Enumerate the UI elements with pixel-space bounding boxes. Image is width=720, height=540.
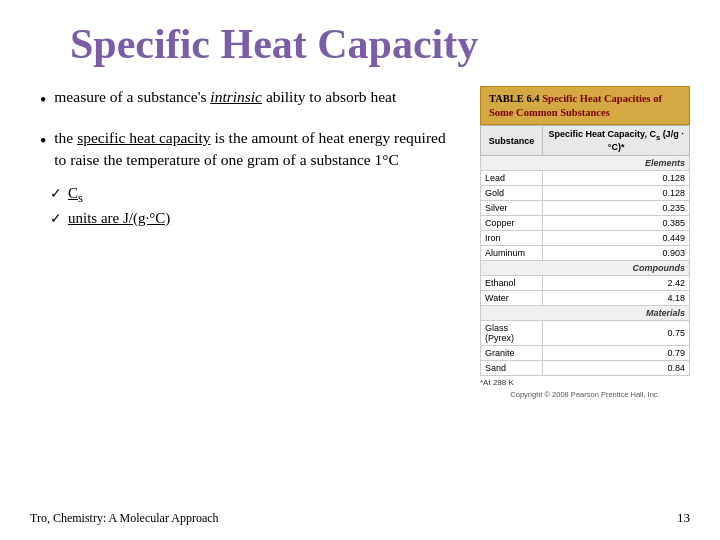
bullet-text-2: the specific heat capacity is the amount…	[54, 127, 460, 170]
footer-left-text: Tro, Chemistry: A Molecular Approach	[30, 511, 219, 526]
value-lead: 0.128	[543, 171, 690, 186]
sub-bullet-list: ✓ Cs ✓ units are J/(g·°C)	[40, 185, 460, 227]
sub-bullet-units: ✓ units are J/(g·°C)	[50, 210, 460, 227]
value-glass: 0.75	[543, 321, 690, 346]
table-row: Sand 0.84	[481, 361, 690, 376]
sub-bullet-cs: ✓ Cs	[50, 185, 460, 206]
slide: Specific Heat Capacity • measure of a su…	[0, 0, 720, 540]
units-text: units are J/(g·°C)	[68, 210, 170, 227]
section-elements: Elements	[481, 156, 690, 171]
cs-text: Cs	[68, 185, 83, 206]
checkmark-icon-2: ✓	[50, 210, 62, 227]
table-container: TABLE 6.4 Specific Heat Capacities of So…	[480, 86, 690, 400]
section-elements-label: Elements	[481, 156, 690, 171]
bullet-list: • measure of a substance's intrinsic abi…	[40, 86, 460, 171]
value-copper: 0.385	[543, 216, 690, 231]
value-silver: 0.235	[543, 201, 690, 216]
substance-water: Water	[481, 291, 543, 306]
left-content: • measure of a substance's intrinsic abi…	[30, 86, 460, 400]
table-row: Granite 0.79	[481, 346, 690, 361]
substance-lead: Lead	[481, 171, 543, 186]
table-copyright: Copyright © 2008 Pearson Prentice Hall, …	[480, 390, 690, 400]
section-materials-label: Materials	[481, 306, 690, 321]
col-substance-header: Substance	[481, 126, 543, 156]
section-compounds-label: Compounds	[481, 261, 690, 276]
section-compounds: Compounds	[481, 261, 690, 276]
table-footnote: *At 298 K	[480, 378, 690, 387]
substance-glass: Glass (Pyrex)	[481, 321, 543, 346]
checkmark-icon-1: ✓	[50, 185, 62, 202]
table-row: Lead 0.128	[481, 171, 690, 186]
table-row: Iron 0.449	[481, 231, 690, 246]
table-row: Aluminum 0.903	[481, 246, 690, 261]
intrinsic-text: intrinsic	[210, 88, 262, 105]
value-sand: 0.84	[543, 361, 690, 376]
substance-gold: Gold	[481, 186, 543, 201]
specific-heat-capacity-text: specific heat capacity	[77, 129, 210, 146]
table-row: Gold 0.128	[481, 186, 690, 201]
table-row: Glass (Pyrex) 0.75	[481, 321, 690, 346]
content-area: • measure of a substance's intrinsic abi…	[30, 86, 690, 400]
table-row: Water 4.18	[481, 291, 690, 306]
slide-title: Specific Heat Capacity	[70, 20, 690, 68]
substance-aluminum: Aluminum	[481, 246, 543, 261]
value-aluminum: 0.903	[543, 246, 690, 261]
bullet-dot-2: •	[40, 129, 46, 154]
value-iron: 0.449	[543, 231, 690, 246]
section-materials: Materials	[481, 306, 690, 321]
footer: Tro, Chemistry: A Molecular Approach 13	[30, 510, 690, 526]
value-water: 4.18	[543, 291, 690, 306]
table-row: Silver 0.235	[481, 201, 690, 216]
value-granite: 0.79	[543, 346, 690, 361]
value-ethanol: 2.42	[543, 276, 690, 291]
bullet-text-1: measure of a substance's intrinsic abili…	[54, 86, 460, 108]
bullet-dot-1: •	[40, 88, 46, 113]
footer-page-number: 13	[677, 510, 690, 526]
bullet-item-2: • the specific heat capacity is the amou…	[40, 127, 460, 170]
table-row: Ethanol 2.42	[481, 276, 690, 291]
substance-sand: Sand	[481, 361, 543, 376]
value-gold: 0.128	[543, 186, 690, 201]
bullet-item-1: • measure of a substance's intrinsic abi…	[40, 86, 460, 113]
substance-ethanol: Ethanol	[481, 276, 543, 291]
substance-copper: Copper	[481, 216, 543, 231]
table-row: Copper 0.385	[481, 216, 690, 231]
substance-silver: Silver	[481, 201, 543, 216]
data-table: Substance Specific Heat Capacity, Cs (J/…	[480, 125, 690, 376]
substance-iron: Iron	[481, 231, 543, 246]
table-number: TABLE 6.4	[489, 93, 542, 104]
substance-granite: Granite	[481, 346, 543, 361]
table-title-box: TABLE 6.4 Specific Heat Capacities of So…	[480, 86, 690, 125]
col-value-header: Specific Heat Capacity, Cs (J/g · °C)*	[543, 126, 690, 156]
